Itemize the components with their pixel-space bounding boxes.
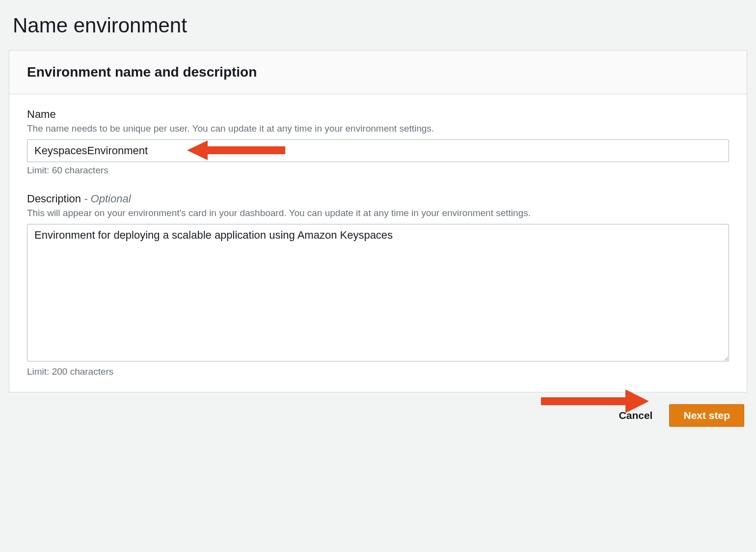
action-row: Cancel Next step bbox=[9, 392, 747, 427]
description-description: This will appear on your environment's c… bbox=[27, 206, 729, 220]
name-input-wrap bbox=[27, 139, 729, 163]
description-label-text: Description bbox=[27, 193, 81, 205]
name-limit: Limit: 60 characters bbox=[27, 165, 729, 176]
cancel-button[interactable]: Cancel bbox=[614, 405, 658, 426]
name-label: Name bbox=[27, 108, 729, 121]
page-title: Name environment bbox=[9, 14, 747, 37]
page-container: Name environment Environment name and de… bbox=[0, 0, 756, 437]
name-input[interactable] bbox=[27, 139, 729, 163]
name-form-group: Name The name needs to be unique per use… bbox=[27, 108, 729, 176]
panel-heading: Environment name and description bbox=[27, 64, 729, 80]
description-optional-tag: - Optional bbox=[84, 193, 131, 205]
action-row-wrap: Cancel Next step bbox=[9, 392, 747, 427]
description-form-group: Description - Optional This will appear … bbox=[27, 193, 729, 377]
description-label: Description - Optional bbox=[27, 193, 729, 205]
next-step-button[interactable]: Next step bbox=[669, 404, 744, 427]
description-textarea[interactable] bbox=[27, 224, 729, 361]
panel-body: Name The name needs to be unique per use… bbox=[9, 94, 747, 392]
description-limit: Limit: 200 characters bbox=[27, 366, 729, 377]
panel-header: Environment name and description bbox=[9, 51, 747, 94]
form-panel: Environment name and description Name Th… bbox=[9, 50, 747, 392]
name-description: The name needs to be unique per user. Yo… bbox=[27, 122, 729, 136]
